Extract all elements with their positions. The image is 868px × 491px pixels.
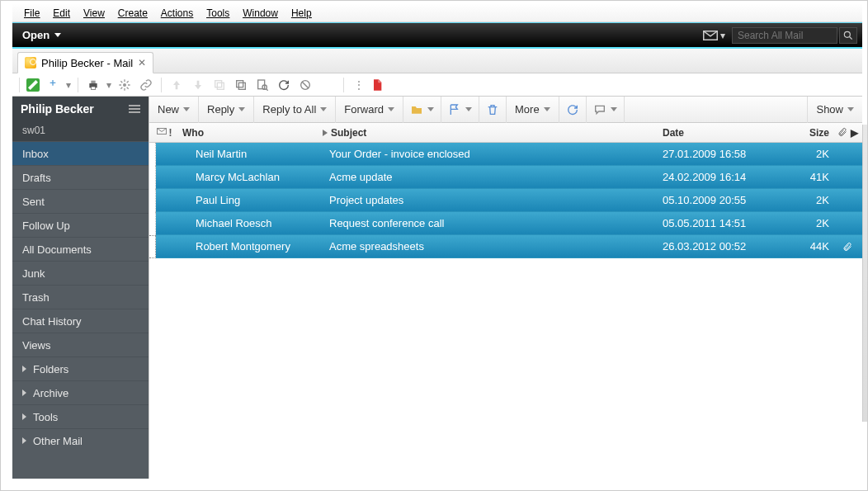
- svg-rect-6: [217, 83, 224, 89]
- close-icon[interactable]: ✕: [138, 57, 146, 68]
- menu-tools[interactable]: Tools: [200, 6, 236, 21]
- svg-rect-9: [237, 80, 243, 87]
- arrow-right-icon: [22, 389, 26, 396]
- sidebar-item-junk[interactable]: Junk: [12, 261, 149, 285]
- copy-icon: [211, 77, 228, 93]
- flag-icon[interactable]: ▶: [851, 127, 858, 139]
- table-row[interactable]: Paul LingProject updates05.10.2009 20:55…: [156, 189, 862, 212]
- pdf-icon[interactable]: [369, 77, 385, 93]
- new-doc-icon[interactable]: [45, 77, 61, 93]
- refresh2-button[interactable]: [559, 97, 587, 123]
- more-button[interactable]: More: [507, 97, 559, 123]
- caret-down-icon: [54, 33, 61, 37]
- row-subject: Request conference call: [326, 217, 659, 229]
- row-size: 2K: [783, 148, 833, 160]
- row-who: Neil Martin: [186, 148, 326, 160]
- flag-button[interactable]: [441, 97, 479, 123]
- tab-label: Philip Becker - Mail: [41, 57, 133, 69]
- chain-icon[interactable]: [138, 77, 154, 93]
- table-row[interactable]: Michael RoeschRequest conference call05.…: [156, 212, 862, 235]
- col-subject[interactable]: Subject: [319, 127, 659, 139]
- envelope-icon[interactable]: [157, 127, 167, 135]
- menu-edit[interactable]: Edit: [46, 6, 77, 21]
- row-marker: [149, 212, 156, 235]
- menu-window[interactable]: Window: [236, 6, 285, 21]
- col-date[interactable]: Date: [659, 127, 783, 139]
- caret-down-icon[interactable]: ▾: [106, 79, 111, 91]
- attachment-icon[interactable]: [837, 127, 847, 137]
- col-who[interactable]: Who: [179, 127, 319, 139]
- sidebar-item-followup[interactable]: Follow Up: [12, 213, 149, 237]
- sidebar-item-chat[interactable]: Chat History: [12, 309, 149, 333]
- reply-all-button[interactable]: Reply to All: [254, 97, 336, 123]
- row-date: 05.10.2009 20:55: [659, 194, 783, 206]
- row-size: 2K: [783, 194, 833, 206]
- show-button[interactable]: Show: [807, 97, 862, 123]
- svg-rect-8: [238, 83, 245, 89]
- top-bar: Open ▾: [12, 22, 862, 47]
- refresh-icon[interactable]: [276, 77, 292, 93]
- svg-rect-4: [91, 87, 95, 89]
- arrow-down-icon: [190, 77, 206, 93]
- row-date: 05.05.2011 14:51: [659, 217, 783, 229]
- row-subject: Acme update: [326, 171, 659, 183]
- tab-mail[interactable]: Philip Becker - Mail ✕: [17, 52, 153, 73]
- row-subject: Project updates: [326, 194, 659, 206]
- table-row[interactable]: Marcy McLachlanAcme update24.02.2009 16:…: [156, 166, 862, 189]
- message-list: Neil MartinYour Order - invoice enclosed…: [149, 143, 862, 479]
- menu-help[interactable]: Help: [285, 6, 318, 21]
- menu-icon[interactable]: [129, 105, 140, 113]
- priority-icon[interactable]: !: [169, 127, 172, 139]
- caret-down-icon[interactable]: ▾: [720, 30, 725, 41]
- search-go-button[interactable]: [839, 27, 857, 44]
- envelope-icon[interactable]: [703, 31, 718, 40]
- search-box[interactable]: [732, 27, 837, 44]
- folder-button[interactable]: [403, 97, 441, 123]
- sidebar-item-othermail[interactable]: Other Mail: [12, 428, 149, 452]
- sidebar-item-alldocs[interactable]: All Documents: [12, 237, 149, 261]
- gear-icon[interactable]: [116, 77, 133, 93]
- sidebar-item-folders[interactable]: Folders: [12, 356, 149, 380]
- action-bar: New Reply Reply to All Forward More Show: [149, 97, 862, 123]
- menu-actions[interactable]: Actions: [154, 6, 200, 21]
- scrollbar[interactable]: [862, 125, 867, 422]
- copy2-icon[interactable]: [233, 77, 249, 93]
- row-who: Marcy McLachlan: [186, 171, 326, 183]
- forward-button[interactable]: Forward: [336, 97, 403, 123]
- sidebar-item-drafts[interactable]: Drafts: [12, 165, 149, 189]
- menu-create[interactable]: Create: [111, 6, 154, 21]
- delete-button[interactable]: [479, 97, 507, 123]
- edit-icon[interactable]: [26, 78, 40, 92]
- sort-icon: [323, 130, 328, 136]
- row-attach: [833, 242, 862, 252]
- sidebar-item-sent[interactable]: Sent: [12, 189, 149, 213]
- column-header: ! Who Subject Date Size ▶: [149, 123, 862, 143]
- new-button[interactable]: New: [149, 97, 199, 123]
- search-doc-icon[interactable]: [254, 77, 271, 93]
- dots-icon[interactable]: ⋮: [354, 79, 364, 91]
- stop-icon[interactable]: [297, 77, 314, 93]
- arrow-up-icon: [168, 77, 185, 93]
- row-date: 26.03.2012 00:52: [659, 240, 783, 253]
- arrow-right-icon: [22, 366, 26, 372]
- sidebar-item-archive[interactable]: Archive: [12, 380, 149, 404]
- row-who: Robert Montgomery: [186, 240, 326, 253]
- sidebar-item-trash[interactable]: Trash: [12, 285, 149, 309]
- chat-button[interactable]: [587, 97, 625, 123]
- open-button[interactable]: Open: [17, 29, 66, 41]
- svg-point-5: [123, 83, 126, 87]
- menu-file[interactable]: File: [17, 6, 46, 21]
- sidebar-item-views[interactable]: Views: [12, 333, 149, 356]
- table-row[interactable]: Neil MartinYour Order - invoice enclosed…: [156, 143, 862, 166]
- col-size[interactable]: Size: [783, 127, 833, 139]
- menu-view[interactable]: View: [77, 6, 111, 21]
- row-subject: Acme spreadsheets: [326, 240, 659, 253]
- reply-button[interactable]: Reply: [199, 97, 254, 123]
- print-icon[interactable]: [85, 77, 101, 93]
- search-input[interactable]: [738, 30, 832, 41]
- caret-down-icon[interactable]: ▾: [66, 79, 71, 91]
- table-row[interactable]: Robert MontgomeryAcme spreadsheets26.03.…: [156, 235, 862, 258]
- sidebar-item-tools[interactable]: Tools: [12, 404, 149, 428]
- arrow-right-icon: [22, 413, 26, 420]
- sidebar-item-inbox[interactable]: Inbox: [12, 141, 149, 165]
